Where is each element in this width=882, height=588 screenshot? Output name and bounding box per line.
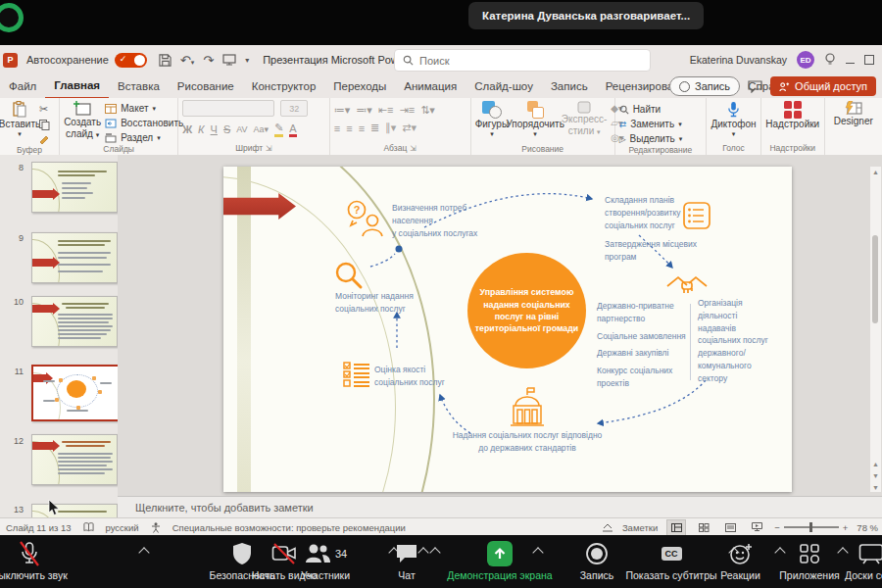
underline-button[interactable]: Ч bbox=[211, 123, 218, 135]
view-reading-button[interactable] bbox=[721, 520, 739, 535]
undo-button[interactable]: ↶▾ bbox=[180, 53, 194, 68]
tab-animations[interactable]: Анимация bbox=[395, 74, 466, 98]
paste-button[interactable]: Вставить▾ bbox=[4, 100, 35, 138]
comments-icon[interactable] bbox=[748, 80, 762, 93]
spellcheck-book-icon[interactable] bbox=[83, 522, 94, 532]
accessibility-status[interactable]: Специальные возможности: проверьте реком… bbox=[172, 522, 406, 533]
whiteboards-button[interactable]: Доски сооб bbox=[845, 540, 882, 581]
replace-button[interactable]: ⇄Заменить▾ bbox=[619, 119, 683, 129]
language-indicator[interactable]: русский bbox=[106, 522, 139, 533]
italic-button[interactable]: К bbox=[198, 123, 204, 135]
previous-slide-icon[interactable]: ▲ bbox=[870, 461, 881, 467]
slide-thumbnail-9[interactable] bbox=[31, 232, 118, 283]
tab-draw[interactable]: Рисование bbox=[169, 74, 243, 98]
shapes-button[interactable]: Фигуры▾ bbox=[475, 100, 509, 138]
designer-button[interactable]: Designer bbox=[831, 100, 876, 127]
slide-thumbnail-10[interactable] bbox=[31, 296, 118, 347]
share-screen-button[interactable]: Демонстрация экрана bbox=[441, 540, 559, 581]
slide-thumbnail-11-selected[interactable] bbox=[31, 365, 118, 421]
account-name[interactable]: Ekaterina Duvanskay bbox=[690, 54, 787, 66]
slide-scrollbar[interactable]: ▲ ▲ ▼ ▼ bbox=[870, 167, 881, 492]
section-button[interactable]: Раздел▾ bbox=[105, 132, 183, 143]
slide-thumbnail-8[interactable] bbox=[31, 162, 118, 213]
slide-thumbnail-12[interactable] bbox=[31, 434, 118, 485]
participants-button[interactable]: 34 Участники bbox=[286, 540, 365, 581]
align-right-button[interactable]: ≡ bbox=[359, 122, 365, 134]
dictate-button[interactable]: Диктофон▾ bbox=[711, 100, 757, 138]
dialog-launcher-icon[interactable]: ⇲ bbox=[410, 144, 416, 153]
increase-indent-button[interactable]: ⇥≡ bbox=[399, 104, 415, 117]
decrease-indent-button[interactable]: ⇤≡ bbox=[378, 104, 394, 117]
tab-transitions[interactable]: Переходы bbox=[324, 74, 395, 98]
highlight-color-button[interactable]: ✎ bbox=[274, 122, 283, 137]
character-spacing-button[interactable]: AV bbox=[236, 124, 247, 134]
change-case-button[interactable]: Aa▾ bbox=[254, 124, 270, 134]
scroll-down-icon[interactable]: ▼ bbox=[870, 484, 881, 491]
record-button[interactable]: Запись bbox=[669, 76, 740, 96]
avatar[interactable]: ED bbox=[797, 51, 814, 69]
tab-file[interactable]: Файл bbox=[0, 74, 45, 98]
autosave-toggle[interactable]: ✓ bbox=[115, 53, 147, 68]
security-button[interactable]: Безопасность bbox=[198, 540, 286, 581]
font-size-select[interactable]: 32 bbox=[280, 100, 308, 117]
slide-counter[interactable]: Слайд 11 из 13 bbox=[6, 522, 72, 533]
mute-options-caret[interactable] bbox=[138, 547, 149, 558]
tab-record[interactable]: Запись bbox=[542, 74, 597, 98]
captions-button[interactable]: CC Показать субтитры bbox=[622, 540, 720, 581]
zoom-in-button[interactable]: + bbox=[843, 522, 849, 533]
chat-options-caret[interactable] bbox=[429, 547, 440, 558]
bullets-button[interactable]: ≔▾ bbox=[334, 104, 351, 117]
tab-slideshow[interactable]: Слайд-шоу bbox=[466, 74, 542, 98]
layout-button[interactable]: Макет▾ bbox=[105, 103, 183, 114]
view-slide-sorter-button[interactable] bbox=[695, 520, 712, 535]
dialog-launcher-icon[interactable]: ⇲ bbox=[266, 144, 272, 153]
start-slideshow-icon[interactable] bbox=[222, 54, 236, 66]
tab-insert[interactable]: Вставка bbox=[109, 74, 169, 98]
notes-toggle[interactable]: Заметки bbox=[622, 522, 658, 533]
scroll-up-icon[interactable]: ▲ bbox=[870, 169, 881, 175]
align-left-button[interactable]: ≡ bbox=[334, 122, 340, 134]
next-slide-icon[interactable]: ▼ bbox=[870, 472, 881, 479]
reactions-button[interactable]: Реакции bbox=[713, 540, 767, 581]
save-icon[interactable] bbox=[159, 54, 172, 67]
columns-button[interactable]: ∥▾ bbox=[385, 122, 396, 134]
tab-design[interactable]: Конструктор bbox=[243, 74, 325, 98]
record-meeting-button[interactable]: Запись bbox=[568, 540, 625, 581]
search-input[interactable]: Поиск bbox=[394, 49, 651, 72]
slide-thumbnail-13[interactable] bbox=[31, 504, 118, 517]
slide-canvas[interactable]: Управління системою надання соціальних п… bbox=[223, 167, 792, 492]
chat-button[interactable]: Чат bbox=[382, 540, 431, 581]
window-restore-button[interactable] bbox=[864, 55, 874, 65]
view-slideshow-button[interactable] bbox=[748, 520, 765, 535]
font-color-button[interactable]: А bbox=[289, 122, 296, 137]
notes-pane[interactable]: Щелкните, чтобы добавить заметки bbox=[118, 496, 882, 518]
justify-button[interactable]: ≣ bbox=[370, 122, 379, 134]
mute-button[interactable]: Выключить звук bbox=[0, 540, 74, 581]
view-normal-button[interactable] bbox=[666, 519, 686, 536]
zoom-slider[interactable]: − + bbox=[774, 522, 848, 533]
select-button[interactable]: ▷Выделить▾ bbox=[619, 133, 683, 144]
apps-button[interactable]: Приложения bbox=[774, 540, 845, 581]
line-spacing-button[interactable]: ⇅▾ bbox=[420, 104, 435, 117]
text-direction-button[interactable]: ⇄▾ bbox=[402, 122, 416, 134]
quick-styles-button[interactable]: Экспресс-стили ▾ bbox=[562, 100, 607, 136]
window-minimize-button[interactable] bbox=[846, 57, 855, 64]
zoom-level[interactable]: 78 % bbox=[857, 522, 878, 533]
qat-overflow-button[interactable]: ▾ bbox=[245, 56, 249, 65]
addins-button[interactable]: Надстройки bbox=[770, 100, 815, 130]
arrange-button[interactable]: Упорядочить▾ bbox=[513, 100, 558, 138]
find-button[interactable]: Найти bbox=[619, 104, 683, 115]
strikethrough-button[interactable]: S bbox=[223, 123, 230, 135]
new-slide-button[interactable]: Создатьслайд ▾ bbox=[64, 100, 101, 139]
share-button[interactable]: Общий доступ bbox=[770, 76, 876, 96]
tab-home[interactable]: Главная bbox=[45, 74, 109, 99]
lightbulb-icon[interactable] bbox=[824, 53, 836, 67]
zoom-out-button[interactable]: − bbox=[774, 522, 780, 533]
reset-button[interactable]: Восстановить bbox=[105, 118, 183, 128]
font-name-select[interactable] bbox=[182, 100, 274, 117]
zoom-slider-knob[interactable] bbox=[809, 522, 813, 532]
numbering-button[interactable]: ≕▾ bbox=[356, 104, 372, 117]
bold-button[interactable]: Ж bbox=[182, 123, 192, 135]
copy-icon[interactable] bbox=[39, 120, 50, 130]
format-painter-icon[interactable] bbox=[39, 134, 51, 144]
